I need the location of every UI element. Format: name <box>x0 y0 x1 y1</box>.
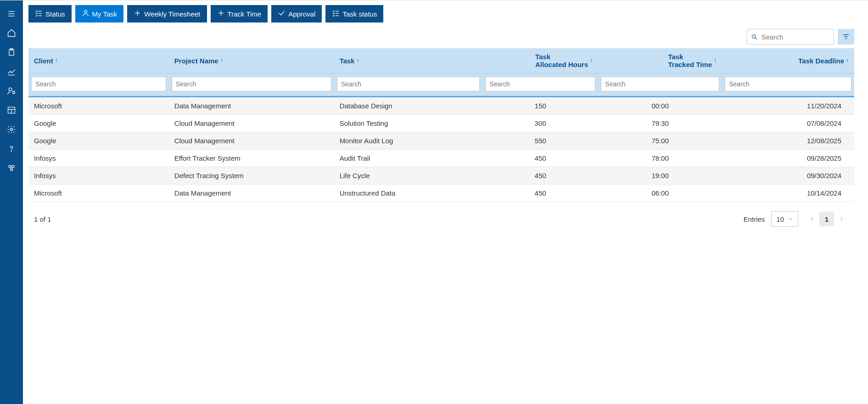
user-gear-icon <box>7 86 16 95</box>
search-row <box>28 29 854 45</box>
table-row[interactable]: InfosysEffort Tracker SystemAudit Trail4… <box>28 150 854 167</box>
cell-deadline: 11/20/2024 <box>722 97 854 115</box>
nav-clipboard[interactable] <box>0 43 23 62</box>
page-prev[interactable] <box>805 212 819 226</box>
cell-task: Audit Trail <box>334 150 483 167</box>
col-header-label: Task Tracked Time <box>668 53 712 68</box>
table-footer: 1 of 1 Entries 10 1 <box>28 202 854 236</box>
page-next[interactable] <box>834 212 849 226</box>
col-search-project[interactable] <box>172 77 331 91</box>
nav-settings[interactable] <box>0 120 23 139</box>
global-search[interactable] <box>747 29 834 45</box>
sort-asc-icon: ↑ <box>220 57 223 64</box>
svg-point-15 <box>12 165 14 168</box>
pager: Entries 10 1 <box>744 211 849 227</box>
cell-deadline: 09/28/2025 <box>722 150 854 167</box>
cell-tracked: 00:00 <box>598 97 722 115</box>
svg-point-6 <box>13 91 15 94</box>
chart-line-icon <box>7 67 16 76</box>
nav-analytics[interactable] <box>0 62 23 81</box>
clipboard-icon <box>7 48 16 57</box>
task-table-wrap: Client↑Project Name↑Task↑Task Allocated … <box>28 48 854 202</box>
table-row[interactable]: GoogleCloud ManagementSolution Testing30… <box>28 115 854 132</box>
col-search-tracked[interactable] <box>601 77 719 91</box>
nav-apps[interactable] <box>0 158 23 178</box>
cell-project: Cloud Management <box>169 132 334 150</box>
layout-icon <box>7 106 16 115</box>
sort-asc-icon: ↑ <box>590 57 593 64</box>
cell-deadline: 07/08/2024 <box>722 115 854 132</box>
table-row[interactable]: MicrosoftData ManagementUnstructured Dat… <box>28 185 854 202</box>
global-search-input[interactable] <box>762 33 830 41</box>
tab-label: Approval <box>288 10 315 18</box>
cell-tracked: 79:30 <box>598 115 722 132</box>
cell-tracked: 78:00 <box>598 150 722 167</box>
checklist-icon <box>332 9 340 18</box>
page-number-current[interactable]: 1 <box>819 212 834 226</box>
cell-alloc: 450 <box>482 185 598 202</box>
chevron-down-icon <box>788 216 793 222</box>
col-search-deadline[interactable] <box>725 77 851 91</box>
tab-status[interactable]: Status <box>28 5 72 22</box>
cell-tracked: 75:00 <box>598 132 722 150</box>
col-search-client[interactable] <box>31 77 166 91</box>
table-row[interactable]: InfosysDefect Tracing SystemLife Cycle45… <box>28 167 854 185</box>
col-header-label: Task Allocated Hours <box>535 53 588 68</box>
col-header-task[interactable]: Task↑ <box>334 48 483 73</box>
tab-my-task[interactable]: My Task <box>75 5 124 22</box>
page-nav: 1 <box>805 212 849 226</box>
checklist-icon <box>35 9 43 18</box>
col-search-task[interactable] <box>337 77 480 91</box>
col-header-deadline[interactable]: Task Deadline↑ <box>722 48 854 73</box>
cell-task: Unstructured Data <box>334 185 483 202</box>
home-icon <box>7 28 16 38</box>
nav-layout[interactable] <box>0 101 23 120</box>
entries-select[interactable]: 10 <box>771 211 798 227</box>
gear-icon <box>7 125 16 134</box>
filter-icon <box>842 33 850 41</box>
svg-point-28 <box>752 34 755 38</box>
nav-help[interactable] <box>0 139 23 158</box>
cell-alloc: 300 <box>482 115 598 132</box>
sort-asc-icon: ↑ <box>357 57 359 64</box>
col-header-alloc[interactable]: Task Allocated Hours↑ <box>482 48 598 73</box>
col-header-label: Task Deadline <box>798 57 844 65</box>
nav-users[interactable] <box>0 81 23 101</box>
cell-project: Data Management <box>169 97 334 115</box>
tab-approval[interactable]: Approval <box>271 5 322 22</box>
entries-label: Entries <box>744 215 765 223</box>
cell-alloc: 450 <box>482 167 598 185</box>
col-header-client[interactable]: Client↑ <box>28 48 169 73</box>
menu-toggle[interactable] <box>0 4 23 23</box>
table-row[interactable]: GoogleCloud ManagementMonitor Audit Log5… <box>28 132 854 150</box>
cell-client: Microsoft <box>28 97 169 115</box>
cell-client: Google <box>28 115 169 132</box>
table-row[interactable]: MicrosoftData ManagementDatabase Design1… <box>28 97 854 115</box>
plus-icon <box>217 9 225 18</box>
col-header-label: Project Name <box>174 57 218 65</box>
tab-task-status[interactable]: Task status <box>325 5 383 22</box>
svg-point-14 <box>9 165 11 168</box>
tab-label: My Task <box>92 10 118 18</box>
nav-home[interactable] <box>0 23 23 43</box>
plus-icon <box>134 9 141 18</box>
entries-value: 10 <box>776 215 784 223</box>
cell-task: Solution Testing <box>334 115 483 132</box>
sidebar <box>0 0 23 404</box>
filter-button[interactable] <box>838 29 854 45</box>
cell-project: Defect Tracing System <box>169 167 334 185</box>
tab-label: Status <box>45 10 65 18</box>
tab-label: Track Time <box>228 10 262 18</box>
col-header-project[interactable]: Project Name↑ <box>169 48 334 73</box>
cell-tracked: 06:00 <box>598 185 722 202</box>
apps-icon <box>7 163 16 173</box>
check-icon <box>278 9 286 18</box>
cell-deadline: 10/14/2024 <box>722 185 854 202</box>
col-header-tracked[interactable]: Task Tracked Time↑ <box>598 48 722 73</box>
tab-weekly-timesheet[interactable]: Weekly Timesheet <box>127 5 207 22</box>
tab-track-time[interactable]: Track Time <box>211 5 268 22</box>
cell-tracked: 19:00 <box>598 167 722 185</box>
col-search-alloc[interactable] <box>485 77 595 91</box>
sort-asc-icon: ↑ <box>714 57 717 64</box>
tab-label: Task status <box>342 10 377 18</box>
